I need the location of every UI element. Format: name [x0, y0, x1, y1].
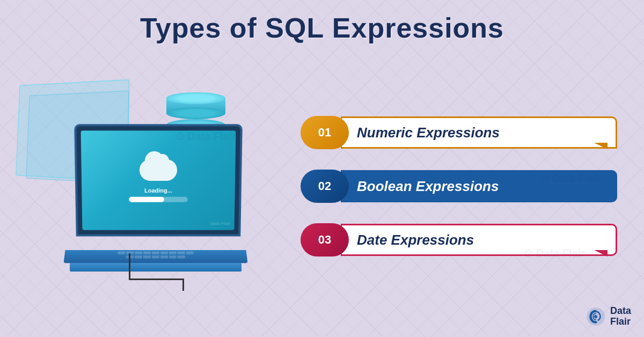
cloud-icon: [140, 159, 177, 181]
db-bottom-1: [166, 107, 225, 119]
loading-fill: [129, 197, 164, 202]
page-content: Types of SQL Expressions: [0, 0, 644, 337]
expression-item-2: 02 Boolean Expressions: [301, 167, 617, 206]
laptop-keyboard: [63, 250, 247, 263]
expression-label-3: Date Expressions: [357, 232, 474, 248]
brand-text: Data Flair: [610, 306, 631, 327]
db-cylinder-1: [166, 92, 225, 119]
loading-text: Loading...: [144, 187, 172, 194]
illustration-panel: Loading... Data Flair: [0, 49, 301, 323]
keyboard-row-1: [65, 252, 247, 254]
page-title: Types of SQL Expressions: [0, 0, 644, 44]
laptop-screen-inner: Loading... Data Flair: [81, 130, 236, 230]
dataflair-logo-icon: [586, 306, 606, 327]
expression-box-1: Numeric Expressions: [341, 116, 617, 149]
brand-logo: Data Flair: [586, 306, 631, 327]
keyboard-row-2: [64, 255, 247, 258]
svg-point-1: [594, 315, 597, 318]
expression-item-1: 01 Numeric Expressions: [301, 113, 617, 152]
expression-badge-1: 01: [301, 116, 349, 149]
expression-label-2: Boolean Expressions: [357, 178, 499, 195]
expression-badge-3: 03: [301, 223, 349, 257]
expression-box-3: Date Expressions: [341, 224, 617, 256]
brand-name-flair: Flair: [610, 317, 631, 327]
cable-horizontal: [130, 279, 184, 280]
db-top-1: [166, 92, 225, 104]
loading-bar: [129, 197, 188, 202]
accent-slash-3: [594, 250, 608, 257]
cable-vertical-1: [129, 253, 130, 280]
expression-item-3: 03 Date Expressions: [301, 221, 617, 259]
screen-watermark: Data Flair: [211, 221, 230, 226]
expression-box-2: Boolean Expressions: [341, 170, 617, 202]
expression-label-1: Numeric Expressions: [357, 124, 500, 141]
accent-slash-1: [594, 143, 608, 149]
laptop-base-bottom: [70, 263, 241, 272]
cable-vertical-2: [182, 279, 184, 291]
laptop-illustration: Loading... Data Flair: [32, 173, 215, 291]
brand-name-data: Data: [610, 306, 631, 317]
expression-badge-2: 02: [301, 170, 349, 203]
laptop-screen-outer: Loading... Data Flair: [74, 124, 243, 236]
main-layout: Loading... Data Flair: [0, 49, 644, 323]
expressions-panel: 01 Numeric Expressions 02 Boolean Expres…: [301, 113, 644, 259]
